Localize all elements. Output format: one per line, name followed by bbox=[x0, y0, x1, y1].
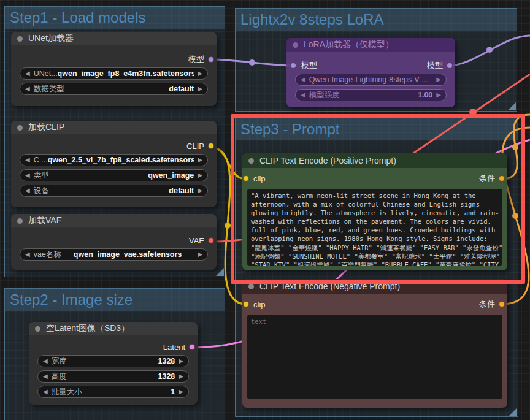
combo-left-arrow-icon[interactable]: ◀ bbox=[43, 389, 48, 395]
collapse-dot-icon[interactable] bbox=[293, 42, 298, 48]
node-lora-loader-header[interactable]: LoRA加载器（仅模型） bbox=[286, 38, 455, 52]
combo-left-arrow-icon[interactable]: ◀ bbox=[25, 188, 30, 194]
widget-label: vae名称 bbox=[34, 250, 61, 260]
combo-right-arrow-icon[interactable]: ▶ bbox=[179, 358, 183, 364]
combo-right-arrow-icon[interactable]: ▶ bbox=[436, 77, 441, 83]
collapse-dot-icon[interactable] bbox=[17, 218, 23, 224]
group-title: Step2 - Image size bbox=[5, 291, 137, 308]
node-negative-prompt[interactable]: CLIP Text Encode (Negative Prompt) clip … bbox=[242, 279, 507, 408]
combo-right-arrow-icon[interactable]: ▶ bbox=[198, 157, 202, 163]
widget-label: 数据类型 bbox=[34, 84, 64, 94]
output-slot-conditioning[interactable] bbox=[499, 301, 505, 307]
widget-clip-device[interactable]: ◀ 设备 default ▶ bbox=[20, 185, 208, 197]
group-resize-handle[interactable] bbox=[216, 268, 224, 276]
widget-vae-name[interactable]: ◀ vae名称 qwen_image_vae.safetensors ▶ bbox=[20, 248, 208, 261]
combo-right-arrow-icon[interactable]: ▶ bbox=[198, 251, 202, 258]
combo-right-arrow-icon[interactable]: ▶ bbox=[179, 389, 183, 395]
node-vae-loader-header[interactable]: 加载VAE bbox=[11, 214, 217, 227]
slot-label-latent: Latent bbox=[163, 343, 185, 352]
node-title: 空Latent图像（SD3） bbox=[46, 323, 129, 334]
link-midpoint-dot[interactable] bbox=[225, 223, 231, 229]
group-resize-handle[interactable] bbox=[509, 408, 517, 416]
node-unet-loader[interactable]: UNet加载器 模型 ◀ UNet... qwen_image_fp8_e4m3… bbox=[11, 32, 217, 106]
combo-right-arrow-icon[interactable]: ▶ bbox=[198, 172, 202, 178]
positive-prompt-textarea[interactable]: "A vibrant, warm neon-lit street scene i… bbox=[247, 189, 502, 266]
slot-label-clip-in: clip bbox=[253, 174, 266, 183]
combo-left-arrow-icon[interactable]: ◀ bbox=[25, 71, 30, 77]
combo-left-arrow-icon[interactable]: ◀ bbox=[25, 86, 30, 92]
widget-label: UNet... bbox=[34, 69, 58, 78]
collapse-dot-icon[interactable] bbox=[35, 326, 40, 332]
combo-left-arrow-icon[interactable]: ◀ bbox=[25, 172, 30, 178]
group-lora-titlebar[interactable]: Lightx2v 8steps LoRA bbox=[236, 9, 517, 31]
input-slot-model[interactable] bbox=[290, 63, 296, 69]
node-negative-prompt-header[interactable]: CLIP Text Encode (Negative Prompt) bbox=[242, 279, 507, 294]
node-lora-loader[interactable]: LoRA加载器（仅模型） 模型 模型 ◀ Qwen-Image-Lightnin… bbox=[286, 38, 455, 107]
collapse-dot-icon[interactable] bbox=[17, 36, 23, 42]
node-empty-latent[interactable]: 空Latent图像（SD3） Latent ◀ 宽度 1328 ▶ ◀ 高度 1… bbox=[29, 322, 198, 405]
group-title: Step3 - Prompt bbox=[236, 121, 344, 138]
slot-label-clip-in: clip bbox=[253, 300, 266, 309]
output-slot-vae[interactable] bbox=[208, 237, 214, 243]
output-slot-model[interactable] bbox=[208, 56, 214, 63]
widget-width[interactable]: ◀ 宽度 1328 ▶ bbox=[37, 355, 189, 367]
combo-right-arrow-icon[interactable]: ▶ bbox=[198, 188, 202, 194]
node-vae-loader[interactable]: 加载VAE VAE ◀ vae名称 qwen_image_vae.safeten… bbox=[11, 214, 217, 270]
node-clip-loader[interactable]: 加载CLIP CLIP ◀ C ... qwen_2.5_vl_7b_fp8_s… bbox=[11, 121, 217, 207]
combo-right-arrow-icon[interactable]: ▶ bbox=[198, 86, 202, 92]
widget-value: qwen_image_vae.safetensors bbox=[61, 250, 194, 259]
combo-left-arrow-icon[interactable]: ◀ bbox=[301, 92, 305, 98]
negative-prompt-textarea[interactable]: text bbox=[247, 315, 502, 399]
slot-label-clip: CLIP bbox=[186, 142, 204, 151]
output-slot-conditioning[interactable] bbox=[499, 175, 505, 181]
widget-label: 高度 bbox=[52, 372, 67, 382]
widget-unet-name[interactable]: ◀ UNet... qwen_image_fp8_e4m3fn.safetens… bbox=[20, 67, 208, 80]
collapse-dot-icon[interactable] bbox=[248, 284, 254, 289]
input-slot-clip[interactable] bbox=[243, 175, 249, 181]
group-step2-titlebar[interactable]: Step2 - Image size bbox=[5, 289, 225, 311]
group-step3-titlebar[interactable]: Step3 - Prompt bbox=[236, 118, 518, 140]
collapse-dot-icon[interactable] bbox=[17, 125, 23, 131]
node-positive-prompt[interactable]: CLIP Text Encode (Positive Prompt) clip … bbox=[242, 153, 507, 270]
widget-value: default bbox=[64, 85, 194, 93]
widget-clip-type[interactable]: ◀ 类型 qwen_image ▶ bbox=[20, 169, 208, 181]
combo-right-arrow-icon[interactable]: ▶ bbox=[179, 373, 183, 380]
output-slot-latent[interactable] bbox=[189, 344, 195, 350]
output-slot-model[interactable] bbox=[447, 63, 453, 69]
widget-label: 设备 bbox=[34, 186, 49, 196]
node-title: CLIP Text Encode (Positive Prompt) bbox=[259, 156, 396, 166]
widget-batch-size[interactable]: ◀ 批量大小 1 ▶ bbox=[37, 386, 189, 398]
node-positive-prompt-header[interactable]: CLIP Text Encode (Positive Prompt) bbox=[242, 153, 507, 168]
widget-value: qwen_2.5_vl_7b_fp8_scaled.safetensors bbox=[48, 156, 194, 164]
node-clip-loader-header[interactable]: 加载CLIP bbox=[11, 121, 217, 134]
widget-value: 1328 bbox=[67, 357, 175, 365]
node-graph-canvas[interactable]: Step1 - Load models Lightx2v 8steps LoRA… bbox=[0, 0, 530, 420]
combo-right-arrow-icon[interactable]: ▶ bbox=[198, 71, 202, 77]
combo-left-arrow-icon[interactable]: ◀ bbox=[43, 373, 48, 380]
widget-label: 批量大小 bbox=[52, 387, 82, 397]
widget-value: 1 bbox=[82, 388, 175, 396]
node-empty-latent-header[interactable]: 空Latent图像（SD3） bbox=[29, 322, 198, 335]
slot-label-model-in: 模型 bbox=[301, 60, 317, 71]
combo-right-arrow-icon[interactable]: ▶ bbox=[436, 92, 441, 98]
collapse-dot-icon[interactable] bbox=[248, 158, 254, 164]
group-step1-titlebar[interactable]: Step1 - Load models bbox=[5, 7, 225, 29]
combo-left-arrow-icon[interactable]: ◀ bbox=[25, 157, 30, 163]
node-unet-loader-header[interactable]: UNet加载器 bbox=[11, 32, 217, 45]
widget-clip-name[interactable]: ◀ C ... qwen_2.5_vl_7b_fp8_scaled.safete… bbox=[20, 154, 208, 166]
slot-label-model: 模型 bbox=[188, 54, 204, 65]
widget-weight-dtype[interactable]: ◀ 数据类型 default ▶ bbox=[20, 83, 208, 95]
combo-left-arrow-icon[interactable]: ◀ bbox=[25, 251, 30, 258]
node-title: UNet加载器 bbox=[28, 33, 74, 44]
widget-height[interactable]: ◀ 高度 1328 ▶ bbox=[37, 370, 189, 383]
widget-lora-name[interactable]: ◀ Qwen-Image-Lightning-8steps-V ... ▶ bbox=[295, 74, 447, 86]
slot-label-model-out: 模型 bbox=[427, 60, 443, 71]
output-slot-clip[interactable] bbox=[208, 143, 214, 149]
slot-label-conditioning-out: 条件 bbox=[479, 299, 495, 310]
combo-left-arrow-icon[interactable]: ◀ bbox=[301, 77, 305, 83]
node-title: 加载CLIP bbox=[28, 122, 64, 133]
group-resize-handle[interactable] bbox=[508, 102, 516, 110]
input-slot-clip[interactable] bbox=[243, 301, 249, 307]
combo-left-arrow-icon[interactable]: ◀ bbox=[43, 358, 48, 364]
widget-lora-strength[interactable]: ◀ 模型强度 1.00 ▶ bbox=[295, 89, 447, 101]
